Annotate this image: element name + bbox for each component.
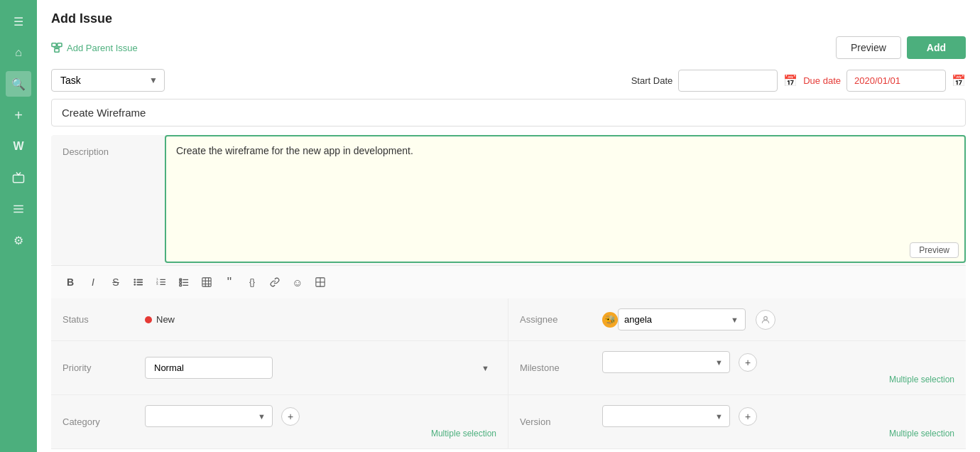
version-add-button[interactable]: + (739, 407, 757, 426)
type-select[interactable]: Task Bug Story Epic (51, 69, 165, 92)
svg-rect-20 (160, 281, 165, 282)
start-date-calendar-icon[interactable]: 📅 (783, 74, 797, 87)
category-add-button[interactable]: + (281, 407, 300, 426)
svg-text:3.: 3. (156, 282, 159, 286)
assignee-label: Assignee (520, 314, 591, 325)
version-select-plus: ▼ + (602, 405, 954, 427)
code-button[interactable]: {} (241, 271, 263, 293)
version-value-wrap: ▼ + Multiple selection (602, 405, 954, 438)
due-date-label: Due date (803, 75, 841, 86)
svg-rect-0 (13, 175, 24, 183)
assignee-select[interactable]: angela (618, 308, 746, 330)
version-multiple-selection[interactable]: Multiple selection (602, 429, 954, 438)
status-label: Status (62, 314, 134, 325)
milestone-value-wrap: ▼ + Multiple selection (602, 351, 954, 384)
priority-select[interactable]: Low Normal High Urgent (145, 357, 273, 379)
milestone-field: Milestone ▼ + Multiple selection (508, 341, 966, 395)
type-select-wrap: Task Bug Story Epic ▼ (51, 69, 165, 92)
svg-rect-29 (202, 278, 211, 286)
version-select-wrap: ▼ (602, 405, 730, 427)
milestone-select[interactable] (602, 351, 730, 373)
list-icon[interactable] (6, 196, 31, 222)
category-select-plus: ▼ + (145, 405, 496, 427)
checklist-button[interactable] (173, 271, 195, 293)
meta-row: Task Bug Story Epic ▼ Start Date 📅 Due d… (51, 69, 966, 92)
priority-field: Priority Low Normal High Urgent ▼ (51, 341, 508, 395)
settings-icon[interactable]: ⚙ (6, 227, 31, 253)
category-select-wrap: ▼ (145, 405, 273, 427)
preview-button[interactable]: Preview (836, 36, 901, 59)
top-actions: Preview Add (836, 36, 966, 59)
bold-button[interactable]: B (60, 271, 81, 293)
due-date-input[interactable]: 2020/01/01 (846, 70, 946, 92)
priority-value-wrap: Low Normal High Urgent ▼ (145, 357, 496, 379)
status-text: New (156, 314, 175, 325)
add-icon[interactable]: + (6, 102, 31, 128)
link-button[interactable] (264, 271, 285, 293)
start-date-input[interactable] (678, 70, 778, 92)
category-multiple-selection[interactable]: Multiple selection (145, 429, 496, 438)
fields-section: Status New Assignee 🐝 angela ▼ (51, 298, 966, 449)
svg-point-13 (134, 281, 136, 284)
svg-point-11 (134, 279, 136, 281)
svg-rect-18 (160, 279, 165, 280)
version-label: Version (520, 416, 591, 427)
search-icon[interactable]: 🔍 (6, 71, 31, 97)
milestone-select-plus: ▼ + (602, 351, 954, 373)
milestone-select-wrap: ▼ (602, 351, 730, 373)
description-section: Description Create the wireframe for the… (51, 135, 966, 265)
svg-rect-25 (180, 284, 182, 286)
version-field: Version ▼ + Multiple selection (508, 395, 966, 449)
version-select[interactable] (602, 405, 730, 427)
parent-issue-icon (51, 43, 62, 53)
milestone-multiple-selection[interactable]: Multiple selection (602, 375, 954, 384)
svg-rect-16 (136, 284, 143, 286)
quote-button[interactable]: " (219, 271, 240, 293)
assignee-select-wrap: 🐝 angela ▼ (602, 308, 746, 330)
unordered-list-button[interactable] (128, 271, 149, 293)
add-parent-issue-link[interactable]: Add Parent Issue (51, 43, 138, 53)
start-date-label: Start Date (631, 75, 673, 86)
add-parent-label: Add Parent Issue (67, 43, 138, 53)
home-icon[interactable]: ⌂ (6, 40, 31, 65)
svg-rect-5 (58, 43, 62, 47)
emoji-button[interactable]: ☺ (287, 271, 308, 293)
assignee-user-icon-button[interactable] (756, 310, 775, 330)
description-textarea[interactable]: Create the wireframe for the new app in … (165, 135, 966, 263)
category-value-wrap: ▼ + Multiple selection (145, 405, 496, 438)
category-label: Category (62, 416, 134, 427)
status-dot (145, 316, 152, 323)
milestone-label: Milestone (520, 362, 591, 373)
fields-row-3: Category ▼ + Multiple selection (51, 395, 966, 449)
assignee-field: Assignee 🐝 angela ▼ (508, 298, 966, 341)
description-editor-wrap: Create the wireframe for the new app in … (165, 135, 966, 265)
word-icon[interactable]: W (6, 134, 31, 159)
menu-icon[interactable]: ☰ (6, 9, 31, 34)
add-button[interactable]: Add (907, 36, 966, 59)
svg-rect-22 (160, 284, 165, 285)
top-bar: Add Parent Issue Preview Add (51, 36, 966, 59)
editor-toolbar: B I S 1.2.3. " {} ☺ (51, 265, 966, 298)
priority-label: Priority (62, 362, 134, 373)
status-value: New (145, 314, 496, 325)
svg-rect-14 (136, 281, 143, 283)
strikethrough-button[interactable]: S (105, 271, 126, 293)
milestone-add-button[interactable]: + (739, 353, 757, 372)
svg-rect-4 (52, 43, 56, 47)
due-date-calendar-icon[interactable]: 📅 (952, 74, 966, 87)
svg-point-37 (764, 316, 768, 320)
italic-button[interactable]: I (82, 271, 104, 293)
fields-row-1: Status New Assignee 🐝 angela ▼ (51, 298, 966, 341)
description-label: Description (51, 135, 165, 265)
priority-select-wrap: Low Normal High Urgent ▼ (145, 357, 496, 379)
description-preview-button[interactable]: Preview (910, 242, 959, 258)
category-select[interactable] (145, 405, 273, 427)
inbox-icon[interactable] (6, 165, 31, 190)
grid-button[interactable] (310, 271, 331, 293)
table-button[interactable] (196, 271, 217, 293)
page-title: Add Issue (51, 11, 966, 26)
svg-rect-12 (136, 279, 143, 281)
issue-title-input[interactable] (51, 99, 966, 127)
ordered-list-button[interactable]: 1.2.3. (151, 271, 172, 293)
category-field: Category ▼ + Multiple selection (51, 395, 508, 449)
